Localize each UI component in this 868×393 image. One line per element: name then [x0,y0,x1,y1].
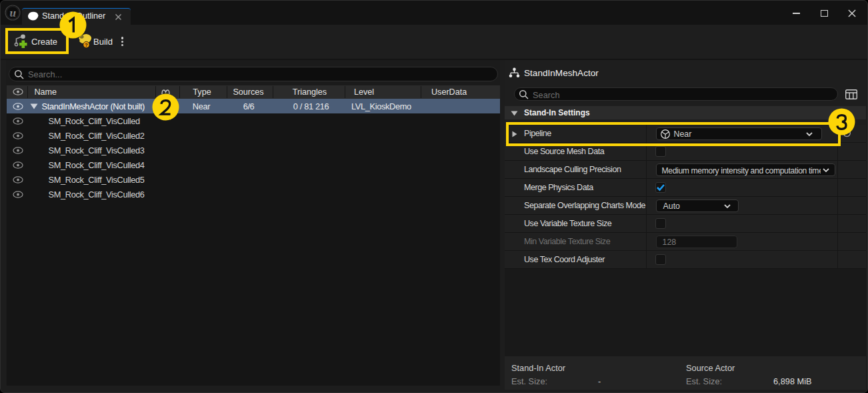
svg-text:?: ? [85,42,88,48]
svg-text:u: u [9,7,15,19]
